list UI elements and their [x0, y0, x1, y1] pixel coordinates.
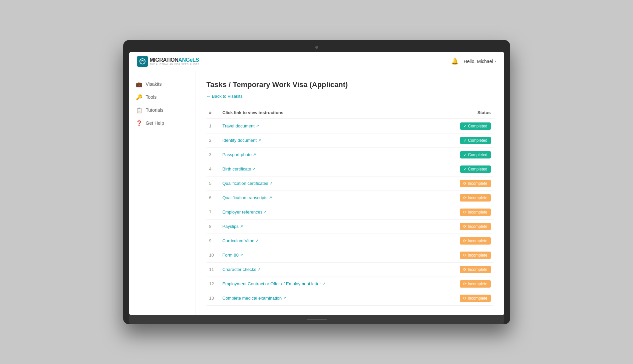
- row-status-cell: ⟳ Incomplete: [425, 248, 494, 262]
- task-link[interactable]: Complete medical examination ↗: [223, 296, 286, 301]
- row-number: 10: [207, 248, 220, 262]
- row-number: 4: [207, 162, 220, 176]
- row-status-cell: ⟳ Incomplete: [425, 262, 494, 277]
- status-badge[interactable]: ⟳ Incomplete: [460, 223, 491, 230]
- status-badge[interactable]: ⟳ Incomplete: [460, 194, 491, 202]
- external-link-icon: ↗: [240, 224, 243, 229]
- row-status-cell: ✓ Completed: [425, 147, 494, 162]
- table-header-row: # Click link to view instructions Status: [207, 107, 494, 119]
- logo-accent: ANGeLS: [178, 57, 199, 63]
- sidebar-item-tutorials[interactable]: 📋 Tutorials: [129, 104, 196, 117]
- status-badge[interactable]: ⟳ Incomplete: [460, 295, 491, 302]
- table-row: 8Payslips ↗⟳ Incomplete: [207, 219, 494, 234]
- row-status-cell: ⟳ Incomplete: [425, 219, 494, 234]
- status-badge[interactable]: ✓ Completed: [460, 137, 491, 144]
- status-badge[interactable]: ⟳ Incomplete: [460, 237, 491, 245]
- status-badge[interactable]: ✓ Completed: [460, 165, 491, 173]
- task-link[interactable]: Qualification transcripts ↗: [223, 195, 272, 200]
- table-row: 13Complete medical examination ↗⟳ Incomp…: [207, 291, 494, 305]
- row-number: 9: [207, 234, 220, 248]
- col-link: Click link to view instructions: [220, 107, 425, 119]
- status-badge[interactable]: ✓ Completed: [460, 122, 491, 130]
- external-link-icon: ↗: [253, 152, 256, 157]
- app-header: MIGRATIONANGeLS THE AUSTRALIAN VISA SPEC…: [129, 52, 504, 71]
- row-number: 6: [207, 191, 220, 205]
- row-number: 1: [207, 119, 220, 133]
- row-task-cell: Birth certificate ↗: [220, 162, 425, 176]
- row-task-cell: Identity document ↗: [220, 133, 425, 147]
- sidebar: 💼 Visakits 🔑 Tools 📋 Tutorials ❓ Get Hel…: [129, 71, 196, 315]
- table-row: 7Employer references ↗⟳ Incomplete: [207, 205, 494, 219]
- svg-point-0: [140, 59, 145, 64]
- external-link-icon: ↗: [240, 253, 243, 257]
- external-link-icon: ↗: [264, 210, 267, 214]
- task-link[interactable]: Passport photo ↗: [223, 152, 256, 157]
- row-status-cell: ⟳ Incomplete: [425, 205, 494, 219]
- row-status-cell: ⟳ Incomplete: [425, 291, 494, 305]
- sidebar-label-tutorials: Tutorials: [146, 107, 164, 113]
- row-task-cell: Payslips ↗: [220, 219, 425, 234]
- table-row: 12Employment Contract or Offer of Employ…: [207, 277, 494, 291]
- logo-icon: [137, 56, 148, 67]
- tasks-table: # Click link to view instructions Status…: [207, 107, 494, 306]
- back-link[interactable]: ← Back to Visakits: [207, 94, 243, 99]
- status-badge[interactable]: ⟳ Incomplete: [460, 209, 491, 216]
- row-number: 7: [207, 205, 220, 219]
- table-row: 10Form 80 ↗⟳ Incomplete: [207, 248, 494, 262]
- help-icon: ❓: [136, 120, 142, 126]
- content-area: Tasks / Temporary Work Visa (Applicant) …: [196, 71, 504, 315]
- row-status-cell: ✓ Completed: [425, 119, 494, 133]
- sidebar-item-visakits[interactable]: 💼 Visakits: [129, 78, 196, 91]
- logo-text: MIGRATIONANGeLS THE AUSTRALIAN VISA SPEC…: [150, 57, 200, 65]
- task-link[interactable]: Employment Contract or Offer of Employme…: [223, 281, 325, 286]
- row-status-cell: ✓ Completed: [425, 133, 494, 147]
- main-layout: 💼 Visakits 🔑 Tools 📋 Tutorials ❓ Get Hel…: [129, 71, 504, 315]
- task-link[interactable]: Travel document ↗: [223, 123, 259, 128]
- task-link[interactable]: Identity document ↗: [223, 138, 261, 143]
- tools-icon: 🔑: [136, 94, 142, 100]
- task-link[interactable]: Character checks ↗: [223, 267, 261, 272]
- sidebar-item-tools[interactable]: 🔑 Tools: [129, 91, 196, 104]
- header-right: 🔔 Hello, Michael ▾: [451, 58, 496, 65]
- row-status-cell: ⟳ Incomplete: [425, 234, 494, 248]
- sidebar-label-tools: Tools: [146, 94, 157, 100]
- chevron-down-icon: ▾: [495, 59, 496, 63]
- status-badge[interactable]: ⟳ Incomplete: [460, 252, 491, 259]
- logo-sub: THE AUSTRALIAN VISA SPECIALISTS: [150, 63, 200, 65]
- table-row: 11Character checks ↗⟳ Incomplete: [207, 262, 494, 277]
- row-number: 11: [207, 262, 220, 277]
- external-link-icon: ↗: [256, 124, 259, 128]
- table-row: 6Qualification transcripts ↗⟳ Incomplete: [207, 191, 494, 205]
- laptop-hinge: [307, 319, 327, 320]
- sidebar-label-get-help: Get Help: [146, 120, 164, 126]
- task-link[interactable]: Payslips ↗: [223, 224, 243, 229]
- status-badge[interactable]: ⟳ Incomplete: [460, 180, 491, 187]
- status-badge[interactable]: ⟳ Incomplete: [460, 280, 491, 288]
- task-link[interactable]: Form 80 ↗: [223, 253, 243, 258]
- task-link[interactable]: Curriculum Vitae ↗: [223, 238, 259, 243]
- status-badge[interactable]: ⟳ Incomplete: [460, 266, 491, 273]
- row-status-cell: ⟳ Incomplete: [425, 191, 494, 205]
- row-status-cell: ⟳ Incomplete: [425, 277, 494, 291]
- row-number: 3: [207, 147, 220, 162]
- task-link[interactable]: Employer references ↗: [223, 210, 267, 215]
- row-status-cell: ✓ Completed: [425, 162, 494, 176]
- table-row: 5Qualification certificates ↗⟳ Incomplet…: [207, 176, 494, 191]
- bell-icon[interactable]: 🔔: [451, 58, 458, 65]
- row-number: 12: [207, 277, 220, 291]
- sidebar-label-visakits: Visakits: [146, 81, 162, 87]
- task-link[interactable]: Qualification certificates ↗: [223, 181, 273, 186]
- sidebar-item-get-help[interactable]: ❓ Get Help: [129, 117, 196, 130]
- greeting-text: Hello, Michael: [464, 59, 493, 64]
- row-task-cell: Qualification transcripts ↗: [220, 191, 425, 205]
- app-container: MIGRATIONANGeLS THE AUSTRALIAN VISA SPEC…: [129, 52, 504, 315]
- user-greeting[interactable]: Hello, Michael ▾: [464, 59, 496, 64]
- status-badge[interactable]: ✓ Completed: [460, 151, 491, 158]
- page-title: Tasks / Temporary Work Visa (Applicant): [207, 80, 494, 89]
- task-link[interactable]: Birth certificate ↗: [223, 166, 256, 171]
- row-task-cell: Qualification certificates ↗: [220, 176, 425, 191]
- laptop-frame: MIGRATIONANGeLS THE AUSTRALIAN VISA SPEC…: [123, 40, 510, 324]
- row-task-cell: Passport photo ↗: [220, 147, 425, 162]
- logo-area: MIGRATIONANGeLS THE AUSTRALIAN VISA SPEC…: [137, 56, 200, 67]
- row-task-cell: Employer references ↗: [220, 205, 425, 219]
